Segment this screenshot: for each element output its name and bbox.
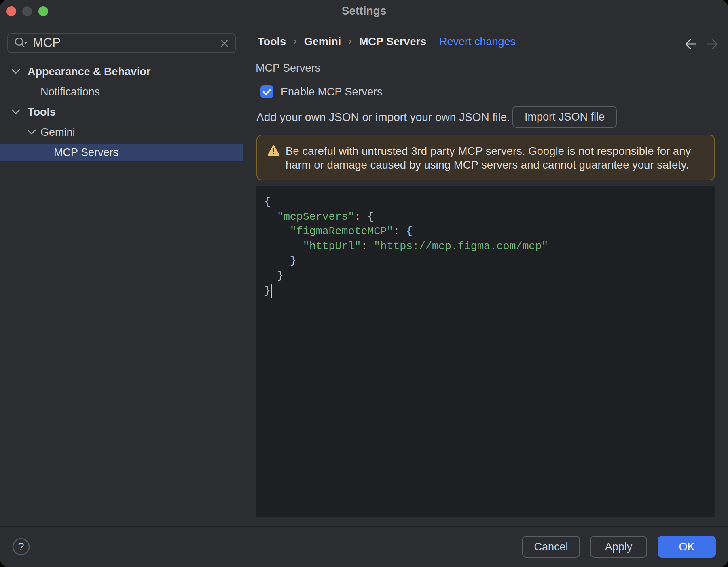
svg-text:?: ?	[18, 541, 24, 553]
